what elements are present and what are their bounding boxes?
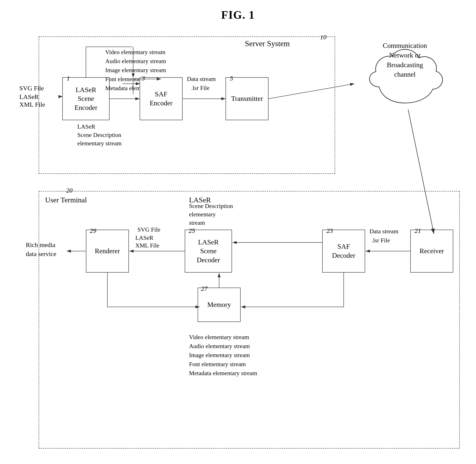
ref-29: 29	[90, 226, 96, 235]
lsr-file-label-server: .lsr File	[191, 84, 210, 92]
svg-file-out-label: SVG File	[138, 225, 160, 234]
laser-scene-encoder-box: LASeR Scene Encoder	[62, 77, 109, 120]
laser-xml-out-label: LASeR	[135, 233, 153, 242]
ref-10: 10	[320, 33, 327, 42]
saf-encoder-box: SAF Encoder	[140, 77, 183, 120]
page-title: FIG. 1	[0, 0, 476, 21]
streams-label-user: Video elementary stream Audio elementary…	[189, 333, 257, 378]
ref-23: 23	[327, 226, 333, 235]
rich-media-label: Rich media data service	[26, 240, 56, 258]
ref-3: 3	[142, 74, 145, 83]
ref-21: 21	[415, 226, 421, 235]
user-terminal-label: User Terminal	[45, 195, 87, 205]
scene-desc-stream-label: Scene Description elementary stream	[189, 202, 233, 227]
server-system-label: Server System	[245, 38, 290, 49]
ref-20: 20	[66, 186, 73, 195]
receiver-box: Receiver	[410, 230, 453, 272]
ref-1: 1	[67, 74, 70, 83]
data-stream-label-user: Data stream	[369, 227, 398, 235]
transmitter-box: Transmitter	[226, 77, 268, 120]
svg-file-input-label: SVG File	[19, 84, 44, 93]
laser-scene-decoder-box: LASeR Scene Decoder	[185, 230, 232, 272]
laser-xml-input-label2: XML File	[19, 100, 45, 109]
communication-network-label: Communication Network or Broadcasting ch…	[352, 41, 457, 79]
ref-27: 27	[201, 284, 208, 293]
lsr-file-label-user: .lsr File	[372, 236, 390, 244]
ref-5: 5	[230, 74, 233, 83]
renderer-box: Renderer	[86, 230, 129, 272]
laser-xml-out-label2: XML File	[135, 241, 159, 250]
ref-25: 25	[188, 226, 195, 235]
saf-decoder-box: SAF Decoder	[322, 230, 365, 272]
data-stream-label-server: Data stream	[187, 75, 216, 83]
laser-scene-desc-label: LASeR Scene Description elementary strea…	[77, 122, 122, 148]
